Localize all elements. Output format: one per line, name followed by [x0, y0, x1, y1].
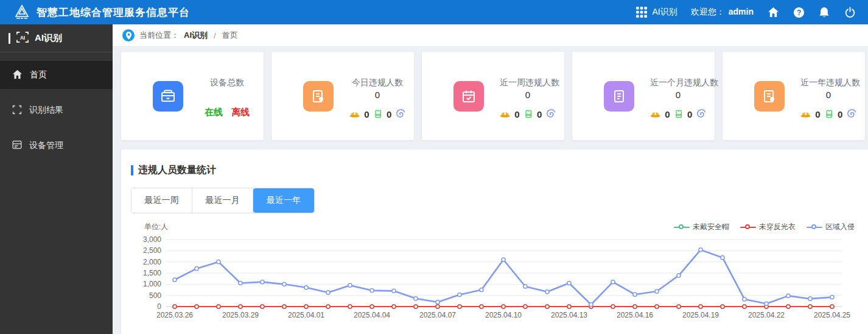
sidebar-item-label: 设备管理 — [29, 140, 63, 151]
svg-text:1,000: 1,000 — [143, 280, 161, 288]
intrusion-spiral-icon — [396, 107, 405, 121]
svg-text:0: 0 — [157, 302, 161, 311]
svg-text:2025.04.07: 2025.04.07 — [419, 311, 456, 319]
offline-label[interactable]: 离线 — [231, 107, 250, 118]
vest-count: 0 — [687, 109, 692, 119]
svg-text:AI: AI — [20, 35, 25, 41]
device-card-icon — [153, 81, 183, 112]
brand-bar — [9, 33, 10, 44]
card-total: 0 — [349, 90, 405, 100]
vest-icon — [825, 108, 833, 120]
violations-week-card: 近一周违规人数000 — [422, 52, 564, 140]
top-bar: 智慧工地综合管理服务信息平台 AI识别 欢迎您： admin ? — [0, 0, 868, 24]
tab-last-week[interactable]: 最近一周 — [131, 188, 192, 213]
helmet-count: 0 — [514, 109, 519, 119]
breadcrumb-root[interactable]: AI识别 — [184, 30, 208, 41]
helmet-icon — [650, 108, 660, 119]
helmet-count: 0 — [665, 109, 670, 119]
legend-vest[interactable]: 未穿反光衣 — [740, 222, 796, 232]
svg-text:2025.04.19: 2025.04.19 — [682, 311, 719, 319]
svg-text:2025.04.16: 2025.04.16 — [617, 311, 653, 319]
card-total: 0 — [650, 90, 706, 100]
app-title: 智慧工地综合管理服务信息平台 — [37, 5, 190, 20]
legend-marker-green — [674, 224, 690, 230]
device-icon — [12, 140, 22, 151]
breadcrumb: 当前位置： AI识别 / 首页 — [113, 24, 868, 47]
intrusion-spiral-icon — [696, 107, 706, 121]
svg-text:2,500: 2,500 — [143, 246, 161, 255]
svg-text:2025.04.10: 2025.04.10 — [485, 311, 522, 319]
sidebar: AI AI识别 首页 识别结果 设备管理 — [0, 24, 113, 334]
card-title: 今日违规人数 — [349, 77, 405, 88]
helmet-count: 0 — [815, 109, 820, 119]
scan-icon — [12, 105, 22, 116]
card-icon — [303, 81, 334, 112]
svg-text:2025.04.01: 2025.04.01 — [288, 311, 324, 319]
help-icon[interactable]: ? — [793, 6, 805, 18]
online-label[interactable]: 在线 — [205, 107, 223, 118]
sidebar-brand-label: AI识别 — [35, 32, 62, 44]
sidebar-item-label: 识别结果 — [29, 105, 63, 116]
breadcrumb-separator: / — [214, 31, 216, 40]
home-icon[interactable] — [767, 6, 779, 18]
home-icon — [12, 69, 23, 81]
legend-marker-blue — [807, 224, 822, 230]
sidebar-brand: AI AI识别 — [0, 24, 113, 52]
grid-icon — [635, 6, 648, 18]
vest-icon — [674, 108, 683, 120]
sidebar-item-devices[interactable]: 设备管理 — [0, 132, 113, 160]
sidebar-item-home[interactable]: 首页 — [0, 61, 113, 89]
welcome-text: 欢迎您： admin — [691, 7, 754, 18]
app-switcher[interactable]: AI识别 — [635, 6, 677, 18]
svg-text:500: 500 — [149, 291, 161, 300]
legend-helmet[interactable]: 未戴安全帽 — [674, 222, 729, 232]
logo-icon — [13, 4, 30, 21]
violations-line-chart[interactable]: 05001,0001,5002,0002,5003,0002025.03.262… — [131, 235, 858, 326]
svg-text:2025.04.22: 2025.04.22 — [748, 311, 785, 319]
sidebar-menu: 首页 识别结果 设备管理 — [0, 61, 113, 160]
device-total-card: 设备总数 在线 离线 — [121, 52, 264, 140]
card-title: 近一周违规人数 — [500, 77, 556, 88]
card-total: 0 — [500, 90, 556, 100]
card-icon — [754, 81, 785, 112]
panel-title: 违规人员数量统计 — [131, 164, 858, 177]
brand: 智慧工地综合管理服务信息平台 — [0, 4, 190, 21]
vest-icon — [374, 108, 382, 120]
bell-icon[interactable] — [818, 6, 830, 18]
svg-text:1,500: 1,500 — [143, 269, 161, 277]
title-accent-bar — [131, 165, 133, 176]
violation-stats-panel: 违规人员数量统计 最近一周 最近一月 最近一年 单位:人 未戴安全帽 未穿反光衣 — [121, 149, 868, 334]
legend-intrusion[interactable]: 区域入侵 — [807, 222, 855, 232]
username: admin — [729, 7, 754, 18]
card-total: 0 — [800, 90, 856, 100]
vest-count: 0 — [537, 109, 542, 119]
ai-scan-icon: AI — [16, 31, 29, 45]
helmet-icon — [800, 108, 811, 119]
unit-label: 单位:人 — [144, 222, 168, 232]
sidebar-item-results[interactable]: 识别结果 — [0, 96, 113, 124]
main-content: 当前位置： AI识别 / 首页 设备总数 在线 离线 今日违规人数000 近一周… — [113, 24, 868, 334]
card-icon — [453, 81, 484, 112]
vest-icon — [524, 108, 533, 120]
card-title: 近一个月违规人数 — [650, 77, 706, 88]
card-icon — [604, 81, 634, 112]
card-title: 近一年违规人数 — [800, 77, 856, 88]
helmet-icon — [349, 108, 360, 119]
intrusion-spiral-icon — [847, 107, 856, 121]
legend-marker-red — [740, 224, 756, 230]
helmet-count: 0 — [364, 109, 369, 119]
stat-cards-row: 设备总数 在线 离线 今日违规人数000 近一周违规人数000 近一个月违规人数… — [113, 47, 868, 140]
svg-text:2,000: 2,000 — [143, 258, 161, 266]
svg-text:2025.03.29: 2025.03.29 — [222, 311, 259, 319]
app-switcher-label: AI识别 — [653, 7, 677, 18]
tab-last-month[interactable]: 最近一月 — [192, 188, 253, 213]
violations-month-card: 近一个月违规人数000 — [572, 52, 715, 140]
breadcrumb-current[interactable]: 首页 — [222, 30, 238, 41]
vest-count: 0 — [838, 109, 842, 119]
svg-text:3,000: 3,000 — [143, 235, 161, 244]
power-icon[interactable] — [844, 6, 856, 18]
card-title: 设备总数 — [199, 77, 255, 88]
svg-text:2025.04.04: 2025.04.04 — [354, 311, 390, 319]
tab-last-year[interactable]: 最近一年 — [253, 188, 314, 213]
svg-text:?: ? — [796, 8, 800, 16]
